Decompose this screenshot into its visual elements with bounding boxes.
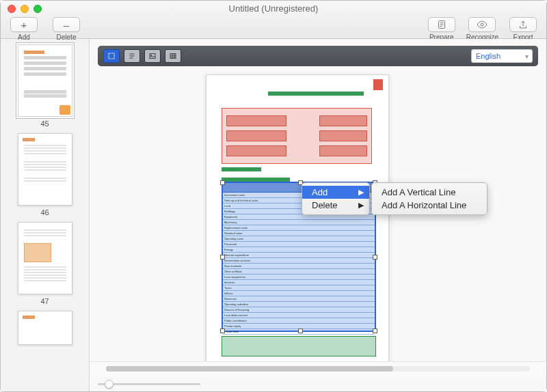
resize-handle-sw[interactable]: [220, 328, 225, 333]
resize-handle-w[interactable]: [220, 255, 225, 260]
zoom-slider[interactable]: [98, 383, 200, 385]
table-row: Equipment: [223, 214, 375, 220]
zoom-slider-knob[interactable]: [105, 380, 114, 389]
table-row: Revenues: [223, 296, 375, 302]
scrollbar-thumb[interactable]: [106, 366, 393, 372]
table-row: Energy: [223, 247, 375, 253]
page-thumbnail[interactable]: [18, 133, 72, 206]
page-number-label: 46: [40, 208, 49, 216]
table-row: Public contribution: [223, 318, 375, 324]
table-row: Replacement costs: [223, 225, 375, 231]
eye-icon: [468, 17, 496, 32]
table-row: General expenditure: [223, 253, 375, 258]
table-row: Intermediate services: [223, 258, 375, 264]
svg-rect-5: [170, 54, 176, 59]
image-region[interactable]: [222, 108, 372, 164]
prepare-button[interactable]: Prepare: [428, 17, 455, 41]
page-number-label: 45: [40, 120, 49, 128]
document-icon: [428, 17, 455, 32]
text-region[interactable]: [222, 167, 261, 171]
page-thumbnail[interactable]: [18, 44, 72, 117]
submenu-item-add-horizontal-line[interactable]: Add A Horizontal Line: [372, 199, 487, 212]
text-region[interactable]: [268, 92, 364, 96]
text-region[interactable]: [222, 336, 376, 356]
delete-button[interactable]: – Delete: [53, 17, 80, 41]
language-value: English: [476, 52, 501, 60]
export-icon: [509, 17, 537, 32]
menu-item-label: Add A Horizontal Line: [382, 200, 466, 210]
menu-item-label: Add A Vertical Line: [382, 187, 455, 197]
recognize-button[interactable]: Recognize: [466, 17, 498, 41]
edit-badge-icon: [59, 105, 70, 115]
submenu-item-add-vertical-line[interactable]: Add A Vertical Line: [372, 186, 487, 199]
submenu-arrow-icon: ▶: [358, 201, 364, 210]
table-row: Operating costs: [223, 236, 375, 242]
plus-icon: +: [10, 17, 38, 32]
table-row: Machinery: [223, 220, 375, 225]
table-row: Taxes: [223, 285, 375, 291]
page-number-label: 47: [40, 297, 49, 305]
context-menu-item-add[interactable]: Add ▶: [302, 186, 369, 199]
table-row: Loan repayments: [223, 275, 375, 280]
minimize-window-button[interactable]: [21, 5, 29, 13]
page-thumbnail[interactable]: [18, 311, 72, 345]
table-row: Interests: [223, 280, 375, 285]
table-row: Operating subsidies: [223, 302, 375, 307]
zoom-window-button[interactable]: [34, 5, 42, 13]
submenu-arrow-icon: ▶: [358, 188, 364, 197]
resize-handle-se[interactable]: [373, 328, 377, 333]
table-row: Raw materials: [223, 264, 375, 269]
resize-handle-nw[interactable]: [220, 180, 225, 185]
language-selector[interactable]: English: [471, 49, 533, 63]
svg-rect-2: [109, 53, 114, 59]
menu-item-label: Delete: [312, 200, 338, 210]
document-page[interactable]: Investment costsStart-up and technical c…: [206, 74, 389, 361]
add-button[interactable]: + Add: [10, 17, 38, 41]
context-menu-item-delete[interactable]: Delete ▶: [302, 199, 369, 212]
page-thumbnail-sidebar[interactable]: 45 46: [1, 39, 90, 391]
mode-table-button[interactable]: [165, 49, 181, 63]
table-row: Other outflows: [223, 269, 375, 275]
page-thumbnail[interactable]: [18, 222, 72, 294]
mode-selection-button[interactable]: [103, 49, 120, 63]
add-label: Add: [18, 33, 30, 41]
table-row: Inflows: [223, 291, 375, 296]
close-window-button[interactable]: [8, 5, 16, 13]
context-submenu[interactable]: Add A Vertical Line Add A Horizontal Lin…: [371, 182, 488, 215]
page-marker: [373, 79, 383, 90]
zoom-slider-row: [90, 376, 546, 391]
resize-handle-e[interactable]: [373, 255, 377, 260]
table-row: Residual value: [223, 231, 375, 236]
mode-image-button[interactable]: [144, 49, 161, 63]
minus-icon: –: [53, 17, 80, 32]
context-menu[interactable]: Add ▶ Delete ▶: [302, 182, 370, 215]
horizontal-scrollbar[interactable]: [90, 361, 546, 376]
mode-text-button[interactable]: [124, 49, 140, 63]
delete-label: Delete: [57, 33, 77, 41]
table-row: Sources of financing: [223, 307, 375, 313]
menu-item-label: Add: [312, 187, 328, 197]
window-title: Untitled (Unregistered): [1, 1, 546, 14]
titlebar: Untitled (Unregistered) + Add – Delete P…: [1, 1, 546, 39]
table-row: Loan disbursement: [223, 313, 375, 318]
resize-handle-s[interactable]: [298, 328, 303, 333]
table-row: Personnel: [223, 242, 375, 247]
svg-point-1: [481, 23, 483, 26]
export-button[interactable]: Export: [509, 17, 537, 41]
view-mode-bar: English: [98, 46, 538, 66]
